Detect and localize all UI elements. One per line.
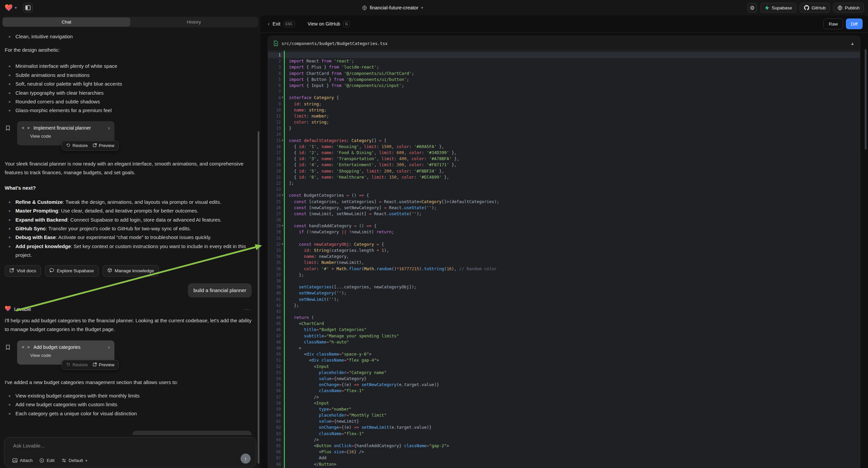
code-line: 46 title="Budget Categories" — [268, 327, 860, 333]
toggle-sidebar-button[interactable] — [23, 3, 33, 13]
bullet-list: Clean, intuitive navigation — [5, 32, 254, 41]
supabase-button[interactable]: Supabase — [760, 3, 797, 13]
code-text — [289, 309, 860, 315]
code-line: 18 { id: '3', name: 'Transportation', li… — [268, 156, 860, 162]
code-line: 45 <ChartCard — [268, 321, 860, 327]
preview-button[interactable]: Preview — [93, 143, 115, 148]
code-text — [289, 52, 860, 58]
composer[interactable]: Ask Lovable... Attach Edit — [4, 437, 256, 467]
user-message-bubble: build a financial planner — [188, 283, 252, 297]
code-body[interactable]: 1 2import React from 'react';3import { P… — [268, 51, 860, 468]
chat-scrollbar-thumb[interactable] — [258, 131, 259, 464]
card-actions-popover: RestorePreview — [62, 360, 119, 370]
attach-image-icon — [12, 458, 18, 463]
code-line: 21 { id: '6', name: 'Healthcare', limit:… — [268, 174, 860, 180]
collapse-chevron-up-icon[interactable]: ▲ — [850, 41, 855, 46]
bookmark-icon[interactable] — [5, 345, 10, 351]
restore-icon — [66, 143, 70, 148]
code-line: 55 onChange={(e) => setNewCategory(e.tar… — [268, 382, 860, 388]
line-number: 64 — [268, 437, 281, 443]
code-line: 28 — [268, 217, 860, 223]
explore-supabase-button[interactable]: Explore Supabase — [45, 265, 99, 276]
code-text: title="Budget Categories" — [289, 327, 860, 333]
line-number: 54 — [268, 376, 281, 382]
line-number: 21 — [268, 174, 281, 180]
code-line: 66 <Plus size={16} /> — [268, 449, 860, 455]
send-button[interactable]: ↑ — [241, 454, 251, 464]
edit-button[interactable]: Edit — [39, 458, 54, 463]
project-switcher[interactable]: financial-future-creator ▾ — [349, 0, 436, 16]
attach-button[interactable]: Attach — [12, 458, 33, 463]
message-menu-button[interactable]: ··· — [244, 306, 251, 312]
lovable-logo-icon[interactable] — [5, 4, 13, 11]
view-code-link[interactable]: View code — [30, 134, 110, 139]
code-text: <Input — [289, 363, 860, 370]
view-on-github-button[interactable]: View on GitHub G — [308, 21, 350, 27]
diff-toggle-button[interactable]: Diff — [846, 19, 863, 29]
code-text: <div className="flex gap-4"> — [289, 357, 860, 363]
chat-history-tabbar: Chat History — [2, 17, 258, 27]
line-number: 17 — [268, 150, 281, 156]
settings-button[interactable]: ⚙ — [747, 3, 757, 13]
line-number: 56 — [268, 388, 281, 394]
line-number: 22 — [268, 180, 281, 186]
exit-button[interactable]: ‹ Exit ESC — [268, 21, 295, 27]
list-item: Soft, neutral color palette with light b… — [5, 80, 254, 88]
tool-card[interactable]: < >Add budget categories›View codeRestor… — [17, 341, 115, 364]
visit-docs-button[interactable]: Visit docs — [5, 265, 41, 276]
line-number: 57 — [268, 394, 281, 400]
editor-header: ‹ Exit ESC View on GitHub G Raw Diff — [260, 16, 868, 33]
code-text: Add — [289, 455, 860, 461]
restore-icon — [66, 362, 70, 368]
list-item: Refine & Customize: Tweak the design, an… — [5, 198, 254, 206]
code-line: 32▼ const newCategoryObj: Category = { — [268, 241, 860, 247]
line-number: 38 — [268, 278, 281, 284]
tab-history[interactable]: History — [130, 18, 258, 27]
preview-icon — [93, 362, 97, 368]
line-number: 16 — [268, 144, 281, 150]
tool-card-title-row: < >Add budget categories› — [22, 345, 110, 350]
github-label: GitHub — [812, 5, 826, 10]
code-text: <div className="space-y-6"> — [289, 351, 860, 357]
code-line: 40 setNewCategory(''); — [268, 290, 860, 296]
file-header[interactable]: src/components/budget/BudgetCategories.t… — [268, 36, 860, 51]
assistant-paragraph: I'll help you add budget categories to t… — [5, 316, 254, 334]
github-button[interactable]: GitHub — [800, 3, 830, 13]
code-scrollbar-thumb[interactable] — [865, 49, 867, 150]
gear-icon: ⚙ — [750, 5, 754, 11]
code-line: 1 — [268, 52, 860, 58]
file-section: src/components/budget/BudgetCategories.t… — [268, 36, 860, 468]
bookmark-icon[interactable] — [5, 125, 10, 132]
view-code-link[interactable]: View code — [30, 353, 110, 358]
code-text: value={newCategory} — [289, 376, 860, 382]
bullet-list: Minimalist interface with plenty of whit… — [5, 62, 254, 115]
code-text: /> — [289, 394, 860, 400]
restore-button[interactable]: Restore — [66, 362, 88, 368]
logo-chevron-down-icon[interactable]: ▾ — [15, 5, 17, 10]
code-line: 59 type="number" — [268, 406, 860, 412]
manage-knowledge-button[interactable]: Manage knowledge — [103, 265, 159, 276]
mode-select[interactable]: Default ▾ — [61, 458, 88, 463]
chat-input[interactable]: Ask Lovable... — [13, 443, 44, 448]
code-text: { id: '3', name: 'Transportation', limit… — [289, 156, 860, 162]
code-text: subtitle="Manage your spending limits" — [289, 333, 860, 339]
restore-button[interactable]: Restore — [66, 143, 88, 148]
raw-toggle-button[interactable]: Raw — [824, 19, 843, 29]
preview-button[interactable]: Preview — [93, 362, 115, 368]
quick-actions-row: Visit docsExplore SupabaseManage knowled… — [5, 265, 254, 276]
code-text — [289, 217, 860, 223]
tool-card[interactable]: < >Implement financial planner›View code… — [17, 121, 115, 145]
line-number: 51 — [268, 357, 281, 363]
list-item: View existing budget categories with the… — [5, 391, 254, 400]
code-text: }; — [289, 302, 860, 309]
list-item: Add project knowledge: Set key context o… — [5, 242, 254, 260]
code-text: ]; — [289, 180, 860, 186]
chat-scroll-area[interactable]: Clean, intuitive navigationFor the desig… — [0, 28, 258, 435]
assistant-header: Lovable··· — [5, 305, 254, 313]
code-text: { id: '1', name: 'Housing', limit: 1500,… — [289, 144, 860, 150]
publish-button[interactable]: Publish — [833, 3, 864, 13]
code-line: 44 return ( — [268, 315, 860, 321]
code-line: 38 — [268, 278, 860, 284]
code-line: 8▼interface Category { — [268, 95, 860, 101]
tab-chat[interactable]: Chat — [3, 18, 130, 27]
